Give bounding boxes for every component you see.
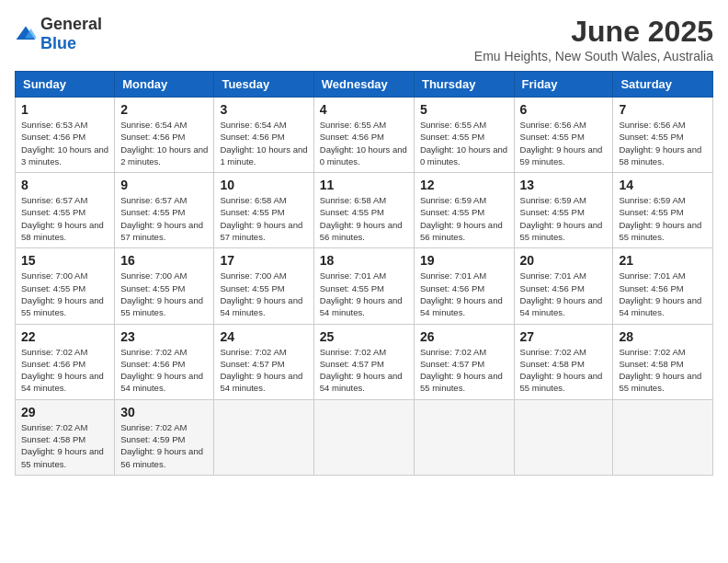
day-number: 5 [420,102,508,117]
day-number: 7 [619,102,707,117]
col-tuesday: Tuesday [214,72,313,98]
day-info: Sunrise: 7:02 AM Sunset: 4:58 PM Dayligh… [619,346,707,395]
day-number: 15 [21,253,108,268]
day-number: 20 [520,253,608,268]
day-info: Sunrise: 6:58 AM Sunset: 4:55 PM Dayligh… [320,194,408,243]
week-row-1: 1 Sunrise: 6:53 AM Sunset: 4:56 PM Dayli… [16,98,713,173]
calendar-cell: 1 Sunrise: 6:53 AM Sunset: 4:56 PM Dayli… [16,98,115,173]
logo-blue: Blue [40,34,76,52]
col-sunday: Sunday [16,72,115,98]
day-number: 16 [120,253,208,268]
calendar-cell: 21 Sunrise: 7:01 AM Sunset: 4:56 PM Dayl… [613,248,713,324]
day-info: Sunrise: 7:00 AM Sunset: 4:55 PM Dayligh… [220,270,307,318]
day-number: 25 [320,329,408,344]
day-info: Sunrise: 6:56 AM Sunset: 4:55 PM Dayligh… [619,119,707,167]
calendar-cell: 19 Sunrise: 7:01 AM Sunset: 4:56 PM Dayl… [414,248,514,324]
calendar-cell: 9 Sunrise: 6:57 AM Sunset: 4:55 PM Dayli… [115,173,214,248]
week-row-5: 29 Sunrise: 7:02 AM Sunset: 4:58 PM Dayl… [16,399,713,475]
day-number: 3 [220,102,307,117]
calendar-cell: 6 Sunrise: 6:56 AM Sunset: 4:55 PM Dayli… [514,98,613,173]
calendar-cell: 13 Sunrise: 6:59 AM Sunset: 4:55 PM Dayl… [514,173,613,248]
day-info: Sunrise: 6:54 AM Sunset: 4:56 PM Dayligh… [220,119,307,167]
calendar-cell: 10 Sunrise: 6:58 AM Sunset: 4:55 PM Dayl… [214,173,313,248]
calendar-cell: 30 Sunrise: 7:02 AM Sunset: 4:59 PM Dayl… [115,399,214,475]
day-info: Sunrise: 6:55 AM Sunset: 4:55 PM Dayligh… [420,119,508,167]
calendar-cell [514,399,613,475]
day-info: Sunrise: 7:02 AM Sunset: 4:58 PM Dayligh… [21,421,108,470]
calendar-cell: 27 Sunrise: 7:02 AM Sunset: 4:58 PM Dayl… [514,324,613,399]
day-number: 17 [220,253,307,268]
calendar-cell: 20 Sunrise: 7:01 AM Sunset: 4:56 PM Dayl… [514,248,613,324]
day-number: 26 [420,329,508,344]
day-number: 1 [21,102,108,117]
day-number: 19 [420,253,508,268]
calendar-cell: 26 Sunrise: 7:02 AM Sunset: 4:57 PM Dayl… [414,324,514,399]
day-number: 29 [21,405,108,419]
day-number: 11 [320,178,408,192]
calendar-cell: 8 Sunrise: 6:57 AM Sunset: 4:55 PM Dayli… [16,173,115,248]
day-info: Sunrise: 7:01 AM Sunset: 4:56 PM Dayligh… [619,270,707,318]
calendar-cell: 22 Sunrise: 7:02 AM Sunset: 4:56 PM Dayl… [16,324,115,399]
day-info: Sunrise: 7:02 AM Sunset: 4:57 PM Dayligh… [320,346,408,395]
day-info: Sunrise: 6:59 AM Sunset: 4:55 PM Dayligh… [420,194,508,243]
day-info: Sunrise: 7:01 AM Sunset: 4:55 PM Dayligh… [320,270,408,318]
calendar-cell: 16 Sunrise: 7:00 AM Sunset: 4:55 PM Dayl… [115,248,214,324]
calendar-cell: 2 Sunrise: 6:54 AM Sunset: 4:56 PM Dayli… [115,98,214,173]
day-number: 27 [520,329,608,344]
week-row-4: 22 Sunrise: 7:02 AM Sunset: 4:56 PM Dayl… [16,324,713,399]
logo-general: General [40,15,102,33]
day-info: Sunrise: 6:57 AM Sunset: 4:55 PM Dayligh… [120,194,208,243]
calendar-cell [313,399,414,475]
day-number: 21 [619,253,707,268]
day-number: 13 [520,178,608,192]
header: General Blue June 2025 Emu Heights, New … [15,15,713,63]
day-info: Sunrise: 7:02 AM Sunset: 4:59 PM Dayligh… [120,421,208,470]
day-number: 10 [220,178,307,192]
calendar-cell: 12 Sunrise: 6:59 AM Sunset: 4:55 PM Dayl… [414,173,514,248]
day-info: Sunrise: 6:53 AM Sunset: 4:56 PM Dayligh… [21,119,108,167]
calendar-cell: 24 Sunrise: 7:02 AM Sunset: 4:57 PM Dayl… [214,324,313,399]
col-friday: Friday [514,72,613,98]
day-info: Sunrise: 7:02 AM Sunset: 4:57 PM Dayligh… [420,346,508,395]
day-info: Sunrise: 7:02 AM Sunset: 4:56 PM Dayligh… [21,346,108,395]
day-info: Sunrise: 6:54 AM Sunset: 4:56 PM Dayligh… [120,119,208,167]
day-number: 9 [120,178,208,192]
calendar-cell: 14 Sunrise: 6:59 AM Sunset: 4:55 PM Dayl… [613,173,713,248]
day-info: Sunrise: 6:56 AM Sunset: 4:55 PM Dayligh… [520,119,608,167]
calendar-cell [214,399,313,475]
day-number: 12 [420,178,508,192]
logo: General Blue [15,15,102,53]
calendar-table: Sunday Monday Tuesday Wednesday Thursday… [15,71,713,476]
day-info: Sunrise: 6:59 AM Sunset: 4:55 PM Dayligh… [520,194,608,243]
calendar-title: June 2025 [474,15,713,49]
day-number: 22 [21,329,108,344]
day-info: Sunrise: 6:59 AM Sunset: 4:55 PM Dayligh… [619,194,707,243]
calendar-cell: 15 Sunrise: 7:00 AM Sunset: 4:55 PM Dayl… [16,248,115,324]
day-number: 30 [120,405,208,419]
calendar-cell: 11 Sunrise: 6:58 AM Sunset: 4:55 PM Dayl… [313,173,414,248]
col-thursday: Thursday [414,72,514,98]
calendar-cell [613,399,713,475]
calendar-cell: 23 Sunrise: 7:02 AM Sunset: 4:56 PM Dayl… [115,324,214,399]
col-monday: Monday [115,72,214,98]
day-number: 28 [619,329,707,344]
week-row-3: 15 Sunrise: 7:00 AM Sunset: 4:55 PM Dayl… [16,248,713,324]
day-number: 14 [619,178,707,192]
day-info: Sunrise: 7:00 AM Sunset: 4:55 PM Dayligh… [21,270,108,318]
day-info: Sunrise: 7:02 AM Sunset: 4:58 PM Dayligh… [520,346,608,395]
day-info: Sunrise: 7:01 AM Sunset: 4:56 PM Dayligh… [420,270,508,318]
day-info: Sunrise: 7:02 AM Sunset: 4:57 PM Dayligh… [220,346,307,395]
calendar-cell: 5 Sunrise: 6:55 AM Sunset: 4:55 PM Dayli… [414,98,514,173]
day-info: Sunrise: 6:57 AM Sunset: 4:55 PM Dayligh… [21,194,108,243]
day-info: Sunrise: 7:01 AM Sunset: 4:56 PM Dayligh… [520,270,608,318]
week-row-2: 8 Sunrise: 6:57 AM Sunset: 4:55 PM Dayli… [16,173,713,248]
calendar-cell [414,399,514,475]
col-saturday: Saturday [613,72,713,98]
day-info: Sunrise: 7:00 AM Sunset: 4:55 PM Dayligh… [120,270,208,318]
day-number: 2 [120,102,208,117]
calendar-cell: 29 Sunrise: 7:02 AM Sunset: 4:58 PM Dayl… [16,399,115,475]
day-info: Sunrise: 7:02 AM Sunset: 4:56 PM Dayligh… [120,346,208,395]
calendar-cell: 25 Sunrise: 7:02 AM Sunset: 4:57 PM Dayl… [313,324,414,399]
calendar-subtitle: Emu Heights, New South Wales, Australia [474,49,713,63]
calendar-cell: 4 Sunrise: 6:55 AM Sunset: 4:56 PM Dayli… [313,98,414,173]
